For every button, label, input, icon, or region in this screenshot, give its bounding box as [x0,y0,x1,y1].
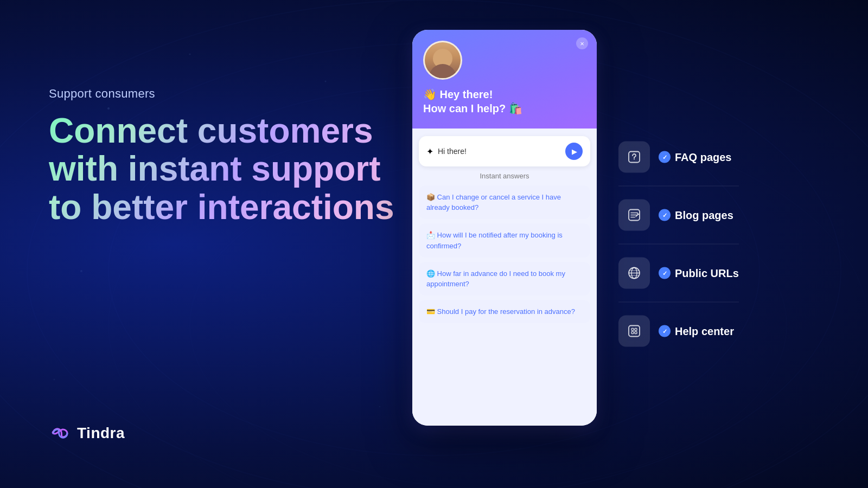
support-label: Support consumers [49,87,418,101]
logo-text: Tindra [77,425,125,442]
answer-text: 📩 How will I be notified after my bookin… [426,231,563,249]
sparkle-icon: ✦ [426,146,433,157]
svg-rect-23 [629,326,640,337]
chat-input-area: ✦ Hi there! ▶ [419,136,590,166]
chat-greeting: 👋 Hey there!How can I help? 🛍️ [423,87,586,115]
svg-rect-26 [631,332,634,334]
right-item-help: ✓ Help center [618,303,739,360]
answer-text: 💳 Should I pay for the reservation in ad… [426,307,575,316]
svg-point-11 [379,406,380,407]
blog-check-badge: ✓ [659,209,671,221]
help-label-wrap: ✓ Help center [659,325,734,337]
blog-label-wrap: ✓ Blog pages [659,209,733,221]
globe-icon [627,266,642,281]
svg-point-9 [325,81,327,82]
faq-check-icon: ✓ [662,153,667,160]
faq-icon-box [618,142,650,173]
right-item-urls: ✓ Public URLs [618,245,739,303]
avatar-body [429,64,456,78]
blog-label: Blog pages [675,209,733,221]
right-item-blog: ✓ Blog pages [618,187,739,245]
blog-icon [627,208,642,223]
chat-widget: × 👋 Hey there!How can I help? 🛍️ ✦ Hi th… [412,30,597,426]
logo: Tindra [49,422,125,445]
logo-icon [49,422,72,445]
answer-text: 📦 Can I change or cancel a service I hav… [426,193,561,211]
urls-check-badge: ✓ [659,267,671,279]
answer-text: 🌐 How far in advance do I need to book m… [426,269,565,288]
answer-item[interactable]: 📩 How will I be notified after my bookin… [419,223,590,257]
blog-check-icon: ✓ [662,211,667,219]
help-check-badge: ✓ [659,325,671,337]
faq-label: FAQ pages [675,151,731,163]
send-icon: ▶ [572,147,577,156]
answer-item[interactable]: 📦 Can I change or cancel a service I hav… [419,185,590,219]
answer-item[interactable]: 💳 Should I pay for the reservation in ad… [419,300,590,323]
chat-close-button[interactable]: × [576,37,588,49]
help-check-icon: ✓ [662,328,667,335]
faq-icon [627,150,642,165]
svg-rect-25 [635,329,637,331]
svg-point-10 [54,379,55,381]
svg-point-8 [80,270,82,272]
right-item-faq: ✓ FAQ pages [618,129,739,187]
svg-rect-24 [631,329,634,331]
urls-icon-box [618,258,650,289]
urls-label: Public URLs [675,267,739,279]
avatar-figure [425,42,461,78]
headline-line3: to better interactions [49,188,394,227]
headline: Connect customers with instant support t… [49,112,418,226]
instant-answers-section: Instant answers 📦 Can I change or cancel… [412,172,597,426]
chat-input-text[interactable]: Hi there! [438,147,467,156]
urls-label-wrap: ✓ Public URLs [659,267,739,279]
help-label: Help center [675,325,734,337]
left-content: Support consumers Connect customers with… [49,87,418,226]
chat-header: × 👋 Hey there!How can I help? 🛍️ [412,30,597,129]
instant-answers-title: Instant answers [419,172,590,180]
urls-check-icon: ✓ [662,269,667,277]
right-items: ✓ FAQ pages ✓ Blog pages [618,129,739,360]
chat-avatar [423,41,462,80]
svg-rect-27 [635,332,637,334]
help-icon-box [618,316,650,347]
help-center-icon [627,324,642,339]
headline-line1: Connect customers [49,111,373,150]
chat-body: ✦ Hi there! ▶ Instant answers 📦 Can I ch… [412,129,597,426]
headline-line2: with instant support [49,149,381,188]
blog-icon-box [618,200,650,231]
svg-point-6 [189,54,191,55]
svg-point-13 [634,159,635,160]
faq-check-badge: ✓ [659,151,671,163]
send-button[interactable]: ▶ [565,143,583,160]
chat-input-content: ✦ Hi there! [426,146,565,157]
answer-item[interactable]: 🌐 How far in advance do I need to book m… [419,262,590,296]
faq-label-wrap: ✓ FAQ pages [659,151,731,163]
